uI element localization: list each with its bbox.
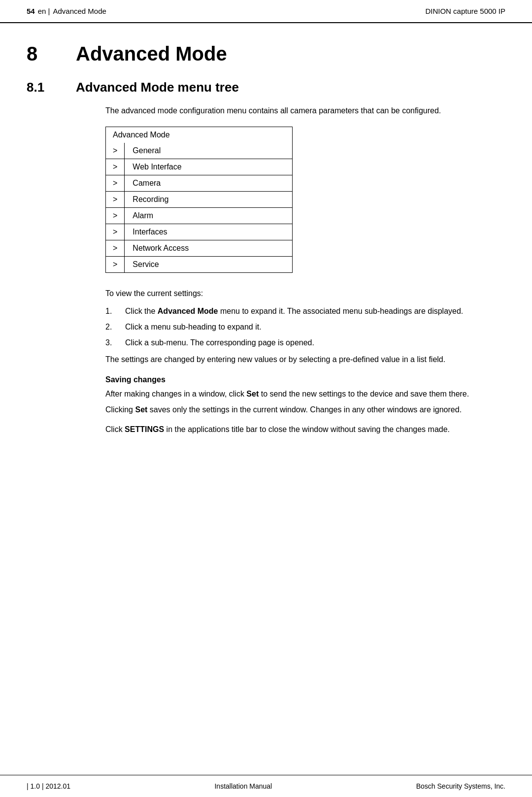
section-title: Advanced Mode menu tree [76,80,239,95]
menu-item-cell: General [125,143,293,159]
menu-item-cell: Interfaces [125,224,293,240]
instructions-intro: To view the current settings: [105,288,505,299]
menu-item-cell: Network Access [125,240,293,257]
intro-text: The advanced mode configuration menu con… [27,105,505,117]
menu-table-wrapper: Advanced Mode >General>Web Interface>Cam… [27,127,505,273]
menu-table-row: >Interfaces [106,224,293,240]
menu-item-cell: Web Interface [125,159,293,175]
chapter-num: 8 [27,43,56,65]
saving-paragraph3: Click SETTINGS in the applications title… [105,424,505,435]
main-content: 8 Advanced Mode 8.1 Advanced Mode menu t… [0,23,532,775]
menu-arrow-cell: > [106,159,125,175]
menu-arrow-cell: > [106,224,125,240]
list-num-2: 2. [105,321,117,333]
list-num-3: 3. [105,337,117,349]
list-text-2: Click a menu sub-heading to expand it. [125,321,262,333]
page-footer: | 1.0 | 2012.01 Installation Manual Bosc… [0,775,532,797]
settings-note: The settings are changed by entering new… [105,354,505,365]
menu-arrow-cell: > [106,257,125,273]
menu-table-row: >Network Access [106,240,293,257]
menu-item-cell: Camera [125,175,293,192]
footer-company: Bosch Security Systems, Inc. [416,782,505,790]
section-num: 8.1 [27,80,56,95]
saving-paragraph2: Clicking Set saves only the settings in … [105,404,505,416]
header-product: DINION capture 5000 IP [425,7,505,15]
page-header: 54 en | Advanced Mode DINION capture 500… [0,0,532,23]
list-text-1: Click the Advanced Mode menu to expand i… [125,305,463,317]
menu-table-row: >Recording [106,192,293,208]
numbered-list: 1. Click the Advanced Mode menu to expan… [105,305,505,349]
menu-item-cell: Recording [125,192,293,208]
chapter-title: Advanced Mode [76,43,227,65]
menu-table-row: >Alarm [106,208,293,224]
menu-table-row: >General [106,143,293,159]
menu-arrow-cell: > [106,240,125,257]
section-heading: 8.1 Advanced Mode menu tree [27,80,505,95]
list-num-1: 1. [105,305,117,317]
menu-table-header: Advanced Mode [106,127,293,143]
saving-paragraph1: After making changes in a window, click … [105,388,505,400]
menu-table: Advanced Mode >General>Web Interface>Cam… [105,127,293,273]
menu-table-row: >Service [106,257,293,273]
header-left: 54 en | Advanced Mode [27,7,106,15]
menu-arrow-cell: > [106,208,125,224]
header-separator: en | [38,7,50,15]
list-item-2: 2. Click a menu sub-heading to expand it… [105,321,505,333]
footer-version: | 1.0 | 2012.01 [27,782,70,790]
list-item-3: 3. Click a sub-menu. The corresponding p… [105,337,505,349]
menu-arrow-cell: > [106,192,125,208]
menu-table-row: >Camera [106,175,293,192]
header-page-num: 54 [27,7,35,15]
header-section: Advanced Mode [53,7,106,15]
menu-arrow-cell: > [106,143,125,159]
menu-item-cell: Alarm [125,208,293,224]
chapter-heading: 8 Advanced Mode [27,43,505,65]
menu-arrow-cell: > [106,175,125,192]
menu-table-row: >Web Interface [106,159,293,175]
page-container: 54 en | Advanced Mode DINION capture 500… [0,0,532,797]
list-text-3: Click a sub-menu. The corresponding page… [125,337,314,349]
footer-manual: Installation Manual [214,782,272,790]
list-item-1: 1. Click the Advanced Mode menu to expan… [105,305,505,317]
saving-section: Saving changes After making changes in a… [27,375,505,435]
saving-title: Saving changes [105,375,505,384]
menu-item-cell: Service [125,257,293,273]
instructions-wrapper: To view the current settings: 1. Click t… [27,288,505,365]
